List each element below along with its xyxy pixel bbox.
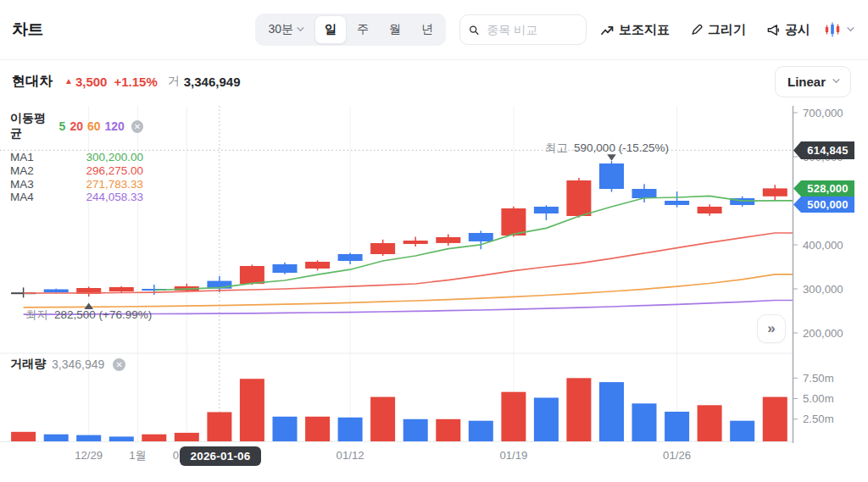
candlestick-style-icon: [824, 21, 841, 38]
double-chevron-right-icon: »: [767, 320, 775, 337]
svg-text:12/29: 12/29: [75, 449, 103, 462]
crosshair-date-tooltip: 2026-01-06: [180, 446, 261, 466]
ma-period-120: 120: [105, 119, 125, 133]
last-price-badge: 500,000: [793, 197, 854, 213]
volume-bars[interactable]: [11, 378, 787, 441]
volume-prefix: 거: [168, 74, 180, 89]
svg-text:01/12: 01/12: [337, 449, 364, 462]
chart-style-dropdown[interactable]: [824, 21, 854, 38]
x-axis-labels: 12/291월01/0501/1201/1901/26: [75, 449, 691, 462]
volume-bar: [305, 417, 330, 441]
volume-bar: [76, 435, 101, 441]
volume-bar: [109, 436, 134, 441]
svg-text:01/26: 01/26: [663, 449, 691, 462]
ma-row-2: MA2 296,275.00: [10, 164, 143, 178]
svg-text:200,000: 200,000: [803, 327, 843, 340]
ma-lines: [24, 196, 793, 314]
candle: [599, 161, 624, 191]
timeframe-30min[interactable]: 30분: [258, 16, 314, 43]
price-axis: 700,000600,000400,000300,000200,000: [793, 107, 843, 340]
svg-text:1월: 1월: [129, 449, 147, 462]
chevron-down-icon: [847, 27, 854, 32]
ma-row-1: MA1 300,200.00: [10, 151, 143, 164]
timeframe-month[interactable]: 월: [379, 16, 411, 43]
ma4-value: 244,058.33: [86, 191, 143, 203]
candle: [566, 178, 591, 218]
indicator-line-icon: [600, 23, 615, 37]
low-annotation: 최저282,500 (+76.99%): [25, 307, 152, 323]
ma-period-60: 60: [87, 119, 101, 133]
chevron-down-icon: [297, 27, 304, 32]
volume-bar: [240, 379, 264, 441]
price-change-percent: +1.15%: [114, 75, 157, 89]
candle: [305, 260, 330, 270]
tool-buttons: 보조지표 그리기 공시: [600, 22, 810, 38]
search-icon: [469, 24, 479, 36]
volume-axis: 7.50m5.00m2.50m: [793, 372, 834, 426]
volume-bar: [501, 392, 526, 441]
volume-legend: 거래량 3,346,949 ✕: [10, 357, 125, 372]
scale-dropdown[interactable]: Linear: [775, 66, 851, 97]
candle: [370, 240, 395, 256]
volume-bar: [370, 397, 395, 441]
close-icon[interactable]: ✕: [131, 120, 143, 133]
volume-bar: [566, 378, 591, 441]
svg-text:2.50m: 2.50m: [803, 413, 834, 425]
volume-bar: [763, 397, 787, 441]
ma2-value: 296,275.00: [86, 164, 143, 177]
ma-row-3: MA3 271,783.33: [10, 177, 143, 191]
volume-bar: [665, 412, 689, 441]
stock-name: 현대차: [12, 73, 53, 91]
chevron-down-icon: [832, 79, 840, 84]
svg-text:5.00m: 5.00m: [803, 392, 834, 405]
volume-bar: [632, 403, 657, 441]
page-title: 차트: [12, 19, 43, 41]
svg-text:01/19: 01/19: [499, 449, 527, 462]
candle: [534, 205, 559, 220]
volume-bar: [11, 432, 36, 441]
indicators-button[interactable]: 보조지표: [600, 22, 670, 38]
stock-info-row: 현대차 ▲ 3,500 +1.15% 거 3,346,949 Linear: [0, 60, 868, 102]
volume-bar: [730, 421, 754, 441]
ma-period-5: 5: [59, 119, 66, 133]
compare-search-box[interactable]: [459, 14, 587, 45]
megaphone-icon: [766, 23, 781, 37]
chart-app: 700,000600,000400,000300,000200,0007.50m…: [0, 0, 868, 482]
timeframe-week[interactable]: 주: [347, 16, 379, 43]
volume-bar: [403, 419, 428, 441]
header-toolbar: 30분 일 주 월 년: [255, 14, 854, 46]
svg-text:300,000: 300,000: [803, 283, 843, 296]
ma-period-20: 20: [70, 119, 83, 133]
high-annotation: 최고590,000 (-15.25%): [545, 141, 669, 156]
ma-legend-header: 이동평균 5 20 60 120 ✕: [10, 111, 143, 141]
header: 차트 30분 일 주 월 년: [0, 0, 868, 60]
candle: [175, 284, 199, 291]
search-input[interactable]: [485, 22, 577, 37]
candle: [698, 204, 722, 216]
volume-bar: [142, 435, 166, 441]
svg-text:700,000: 700,000: [803, 107, 843, 119]
volume-bar: [44, 435, 69, 441]
ma-row-4: MA4 244,058.33: [10, 191, 143, 204]
volume-bar: [469, 421, 493, 441]
ma-line-60: [24, 274, 793, 307]
crosshair-price-badge: 614,845: [793, 141, 854, 159]
svg-text:7.50m: 7.50m: [803, 372, 834, 385]
volume-bar: [175, 433, 199, 441]
ma-legend: 이동평균 5 20 60 120 ✕ MA1 300,200.00 MA2 29…: [10, 111, 143, 204]
volume-bar: [698, 405, 722, 441]
candle: [109, 286, 134, 292]
draw-button[interactable]: 그리기: [690, 22, 746, 38]
volume-value: 3,346,949: [184, 75, 241, 89]
volume-bar: [599, 382, 624, 441]
candle: [338, 252, 363, 264]
timeframe-year[interactable]: 년: [411, 16, 443, 43]
disclosure-button[interactable]: 공시: [766, 22, 810, 38]
close-icon[interactable]: ✕: [113, 358, 125, 371]
high-price-badge: 528,000: [793, 180, 854, 197]
candle: [469, 230, 493, 249]
expand-button[interactable]: »: [757, 314, 786, 343]
up-arrow-icon: ▲: [64, 77, 73, 86]
timeframe-segmented-control: 30분 일 주 월 년: [255, 14, 446, 46]
timeframe-day[interactable]: 일: [314, 15, 347, 44]
